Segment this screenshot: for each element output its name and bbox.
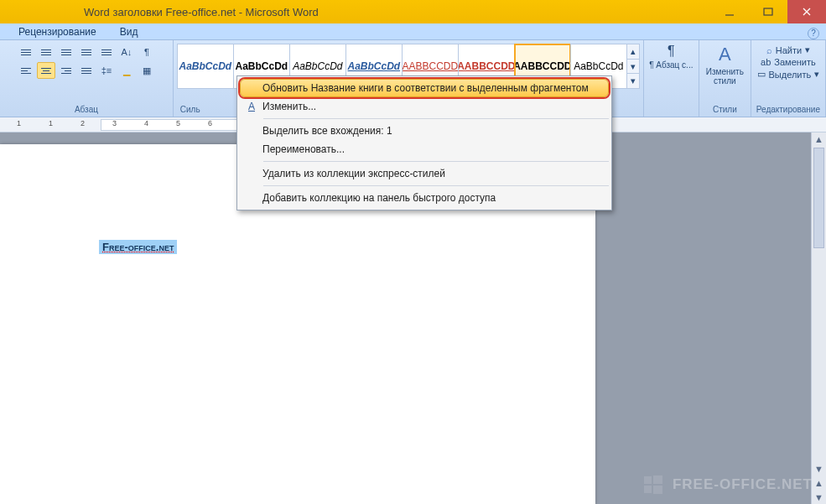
gallery-scroll-buttons[interactable]: ▴▾▾ (626, 44, 640, 89)
select-button[interactable]: ▭ Выделить▾ (757, 68, 820, 81)
gallery-more-icon[interactable]: ▾ (627, 74, 639, 88)
paragraph-group-label: Абзац (5, 103, 168, 117)
ctx-update-style[interactable]: Обновить Название книги в соответствии с… (240, 79, 609, 97)
select-icon: ▭ (757, 69, 766, 80)
ruler-tick: 6 (208, 119, 212, 127)
multilevel-button[interactable] (57, 44, 75, 60)
ruler-tick: 3 (112, 119, 117, 127)
align-right-button[interactable] (57, 62, 75, 79)
editing-group-label: Редактирование (756, 103, 820, 117)
align-left-button[interactable] (17, 62, 35, 79)
shading-button[interactable]: ▁ (117, 62, 136, 79)
find-button[interactable]: ⌕ Найти▾ (766, 44, 810, 56)
selected-text[interactable]: Free-office.net (99, 240, 177, 254)
svg-rect-1 (764, 8, 772, 15)
change-styles-button[interactable]: A Изменить стили (701, 44, 748, 86)
style-tile-0[interactable]: AaBbCcDd (177, 44, 234, 89)
gallery-down-icon[interactable]: ▾ (627, 60, 639, 75)
align-center-button[interactable] (37, 62, 55, 79)
windows-logo-icon (642, 474, 664, 496)
decrease-indent-button[interactable] (77, 44, 96, 60)
window-title: Word заголовки Free-office.net - Microso… (0, 6, 710, 18)
svg-rect-6 (644, 486, 652, 493)
vertical-scrollbar[interactable]: ▲ ▼ ▲ ▼ (811, 132, 826, 504)
ruler-tick: 4 (144, 119, 148, 127)
scroll-up-button[interactable]: ▲ (812, 132, 826, 146)
paragraph-spacing-button[interactable]: ¶ ¶ Абзац с... (647, 44, 694, 70)
scroll-thumb[interactable] (813, 148, 824, 248)
find-icon: ⌕ (766, 45, 772, 55)
svg-rect-4 (644, 476, 652, 484)
styles-group-caption: Стили (704, 103, 745, 117)
replace-icon: ab (761, 57, 771, 67)
ctx-add-to-qat[interactable]: Добавить коллекцию на панель быстрого до… (240, 189, 609, 207)
ctx-select-all[interactable]: Выделить все вхождения: 1 (240, 122, 609, 140)
close-button[interactable] (787, 0, 826, 23)
ribbon-tab-view[interactable]: Вид (118, 24, 140, 39)
ruler-tick: 5 (176, 119, 180, 127)
help-icon[interactable]: ? (808, 28, 819, 39)
increase-indent-button[interactable] (97, 44, 116, 60)
ctx-remove-from-gallery[interactable]: Удалить из коллекции экспресс-стилей (240, 164, 609, 183)
ruler-tick: 1 (49, 119, 53, 127)
replace-button[interactable]: ab Заменить (761, 56, 816, 68)
previous-page-button[interactable]: ▲ (812, 476, 826, 490)
watermark: FREE-OFFICE.NET (642, 474, 813, 496)
ruler-tick: 1 (17, 119, 21, 127)
next-page-button[interactable]: ▼ (812, 491, 826, 504)
gallery-up-icon[interactable]: ▴ (627, 44, 639, 60)
ctx-modify-style[interactable]: A Изменить... (240, 97, 609, 116)
ctx-rename[interactable]: Переименовать... (240, 140, 609, 158)
numbering-button[interactable] (37, 44, 55, 60)
svg-rect-7 (653, 486, 662, 494)
sort-button[interactable]: A↓ (117, 44, 136, 60)
minimize-button[interactable] (710, 0, 749, 23)
justify-button[interactable] (77, 62, 96, 79)
style-context-menu: Обновить Название книги в соответствии с… (236, 75, 612, 210)
maximize-button[interactable] (749, 0, 787, 23)
line-spacing-button[interactable]: ‡≡ (97, 62, 116, 79)
scroll-down-button[interactable]: ▼ (812, 462, 826, 475)
show-marks-button[interactable]: ¶ (138, 44, 156, 60)
svg-rect-5 (653, 475, 662, 484)
modify-icon: A (241, 101, 262, 112)
ribbon-tab-review[interactable]: Рецензирование (17, 24, 98, 39)
borders-button[interactable]: ▦ (138, 62, 156, 79)
bullets-button[interactable] (17, 44, 35, 60)
ruler-tick: 2 (81, 119, 85, 127)
change-styles-icon: A (719, 44, 731, 65)
